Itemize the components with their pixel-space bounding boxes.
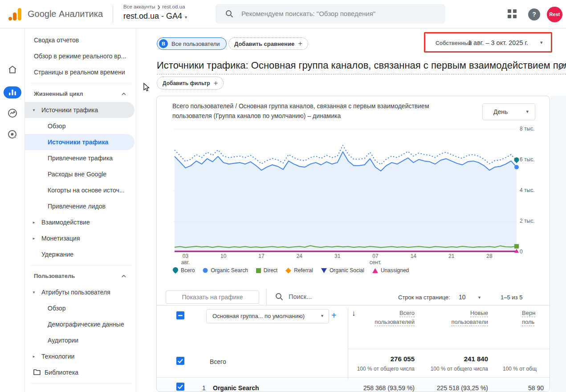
search-placeholder: Рекомендуем поискать: "Обзор поведения" — [241, 10, 375, 17]
column-header[interactable]: Новыепользователи — [419, 309, 488, 327]
breadcrumb-account[interactable]: Все аккаунты — [123, 4, 155, 9]
date-caret-icon: ▾ — [540, 40, 543, 45]
sidebar-divider — [31, 383, 131, 384]
sidebar-item[interactable]: ▸Технологии — [25, 348, 136, 364]
segment-chip-all-users[interactable]: В Все пользователи — [157, 37, 227, 50]
chevron-right-icon[interactable]: ▸ — [31, 214, 37, 230]
rows-per-page-select[interactable]: 10 — [459, 294, 466, 301]
header-divider — [348, 349, 550, 349]
sidebar-item-label: Атрибуты пользователя — [41, 284, 110, 300]
x-tick-label: 10 — [212, 253, 235, 259]
legend-item[interactable]: Unassigned — [372, 267, 409, 274]
date-range-picker[interactable]: Собственный 1 авг. – 3 окт. 2025 г. ▾ — [424, 32, 552, 53]
row1-new-users: 225 518 (93,25 %) — [415, 384, 488, 392]
table-search-icon — [275, 293, 283, 301]
column-header[interactable]: Вернполь — [522, 309, 550, 327]
table-search-input[interactable]: Поиск... — [289, 293, 312, 300]
row-divider — [157, 377, 550, 378]
add-comparison-chip[interactable]: Добавить сравнение + — [228, 37, 308, 50]
avatar[interactable]: Rest — [547, 7, 562, 22]
sidebar-item-label: Технологии — [41, 348, 74, 364]
chevron-down-icon[interactable]: ▾ — [31, 102, 37, 118]
sidebar-item[interactable]: Библиотека — [25, 364, 136, 380]
sidebar-item[interactable]: Обзор в режиме реального вр... — [25, 48, 136, 64]
legend-item[interactable]: Referral — [285, 267, 313, 274]
row1-channel: Organic Search — [213, 384, 259, 392]
sidebar-section-header[interactable]: Жизненный цикл — [25, 86, 136, 102]
sidebar-item-label: Удержание — [41, 246, 73, 262]
breadcrumb[interactable]: Все аккаунты❯rest.od.ua — [123, 4, 185, 9]
column-header[interactable]: Всегопользователей — [346, 309, 415, 327]
sidebar-item[interactable]: Сводка отчетов — [25, 32, 136, 48]
row1-index: 1 — [202, 384, 206, 392]
sidebar-item[interactable]: Источники трафика — [25, 134, 134, 150]
sidebar-item[interactable]: Привлечение трафика — [25, 150, 136, 166]
title-underline — [157, 74, 566, 74]
sidebar-item-label: Монетизация — [41, 230, 80, 246]
sidebar-item[interactable]: Когорты на основе источ... — [25, 182, 136, 198]
legend-item[interactable]: Всего — [173, 267, 195, 274]
home-icon[interactable] — [7, 64, 18, 75]
sidebar-item[interactable]: Привлечение лидов — [25, 198, 136, 214]
totals-returning-share: 100 % от общ — [503, 366, 537, 372]
sidebar-item-label: Обзор в режиме реального вр... — [34, 48, 126, 64]
totals-total-users-share: 100 % от общего числа — [346, 366, 415, 372]
date-range-value: 1 авг. – 3 окт. 2025 г. — [468, 39, 528, 46]
sidebar-item[interactable]: ▾Атрибуты пользователя — [25, 284, 136, 300]
header-divider — [113, 5, 113, 23]
sidebar-section-label: Жизненный цикл — [34, 86, 83, 102]
traffic-trend-chart[interactable] — [157, 125, 540, 259]
row1-checkbox[interactable] — [176, 383, 184, 391]
legend-item[interactable]: Direct — [256, 267, 277, 274]
property-selector[interactable]: rest.od.ua - GA4▾ — [123, 12, 187, 21]
granularity-dropdown[interactable]: День ▾ — [482, 103, 535, 120]
reports-icon-active[interactable] — [4, 86, 21, 98]
scroll-gutter[interactable] — [550, 96, 566, 392]
ga-logo-icon[interactable] — [7, 7, 22, 21]
sidebar-item[interactable]: ▸Монетизация — [25, 230, 136, 246]
sidebar-item[interactable]: Страницы в реальном времени — [25, 64, 136, 80]
chevron-right-icon[interactable]: ▸ — [31, 230, 37, 246]
chevron-down-icon[interactable]: ▾ — [31, 284, 37, 300]
sidebar-item[interactable]: ▸Взаимодействие — [25, 214, 136, 230]
advertising-icon[interactable] — [7, 129, 18, 140]
global-search[interactable]: Рекомендуем поискать: "Обзор поведения" — [216, 4, 445, 24]
explore-icon[interactable] — [7, 108, 18, 118]
sidebar-item-label: Аудитории — [48, 332, 78, 348]
dimension-dropdown[interactable]: Основная группа... по умолчанию) ▾ — [206, 309, 329, 323]
rows-per-page-caret-icon[interactable]: ▾ — [478, 295, 480, 300]
product-name: Google Аналитика — [28, 9, 103, 19]
triangle-up-marker-icon — [372, 268, 378, 273]
breadcrumb-chevron-icon: ❯ — [157, 5, 161, 9]
dimension-value: Основная группа... по умолчанию) — [212, 313, 305, 319]
sidebar-item[interactable]: ▾Источники трафика — [25, 102, 134, 118]
show-on-chart-button[interactable]: Показать на графике — [166, 290, 259, 304]
sidebar-item-label: Расходы вне Google — [48, 166, 106, 182]
add-dimension-button[interactable]: + — [331, 310, 337, 321]
sidebar-item-label: Обзор — [48, 300, 65, 316]
sidebar-section-header[interactable]: Пользователь — [25, 268, 136, 284]
sidebar-divider — [31, 265, 131, 265]
apps-grid-icon[interactable] — [508, 9, 517, 19]
sidebar-item[interactable]: Удержание — [25, 246, 136, 262]
legend-item[interactable]: Organic Social — [321, 267, 364, 274]
sidebar-item[interactable]: Обзор — [25, 300, 136, 316]
property-name: rest.od.ua - GA4 — [123, 12, 182, 20]
plus-icon: + — [213, 79, 218, 88]
row-divider — [157, 305, 550, 306]
sidebar-item[interactable]: Аудитории — [25, 332, 136, 348]
chevron-right-icon[interactable]: ▸ — [31, 348, 37, 364]
sidebar-item[interactable]: Расходы вне Google — [25, 166, 136, 182]
sidebar-item[interactable]: Демографические данные — [25, 316, 136, 332]
edit-pencil-icon[interactable] — [558, 62, 566, 70]
sidebar-item[interactable]: Обзор — [25, 118, 136, 134]
breadcrumb-site[interactable]: rest.od.ua — [162, 4, 185, 9]
select-all-checkbox[interactable] — [176, 311, 184, 319]
x-tick-label: 03авг. — [174, 253, 196, 265]
help-icon[interactable]: ? — [528, 8, 540, 20]
plus-icon: + — [298, 39, 302, 48]
totals-checkbox[interactable] — [176, 357, 184, 365]
page-title: Источники трафика: Основная группа канал… — [157, 60, 566, 71]
add-filter-chip[interactable]: Добавить фильтр + — [157, 77, 224, 90]
legend-item[interactable]: Organic Search — [203, 267, 248, 274]
